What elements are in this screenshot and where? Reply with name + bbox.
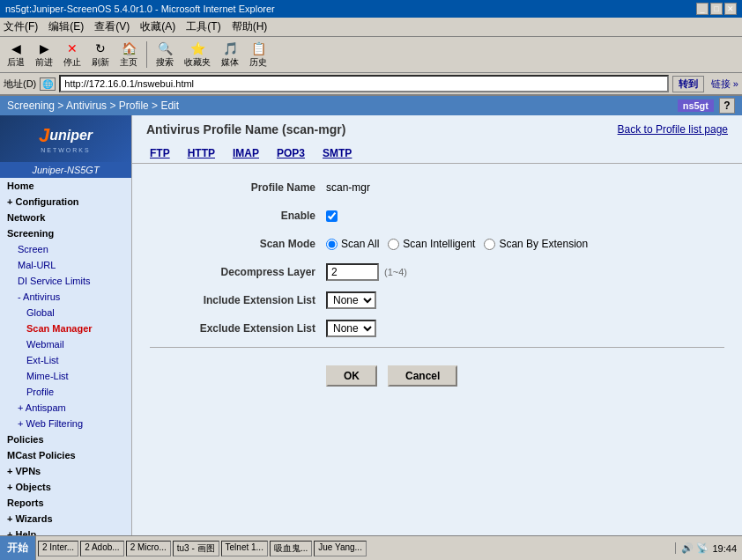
taskbar-item-5[interactable]: 吸血鬼...	[270, 541, 312, 556]
content-title: Antivirus Profile Name (scan-mgr)	[146, 122, 345, 136]
menu-view[interactable]: 查看(V)	[94, 19, 130, 34]
decompress-label: Decompress Layer	[150, 266, 326, 278]
enable-checkbox[interactable]	[326, 210, 338, 222]
home-button[interactable]: 🏠 主页	[116, 39, 141, 70]
sidebar-item-webmail[interactable]: Webmail	[0, 336, 131, 352]
sidebar-item-screen[interactable]: Screen	[0, 241, 131, 257]
scan-mode-options: Scan All Scan Intelligent Scan By Extens…	[326, 238, 588, 250]
forward-icon: ▶	[35, 41, 53, 56]
history-button[interactable]: 📋 历史	[246, 39, 271, 70]
start-button[interactable]: 开始	[0, 536, 36, 560]
sidebar-item-mcast[interactable]: MCast Policies	[0, 447, 131, 463]
protocol-tabs: FTP HTTP IMAP POP3 SMTP	[132, 144, 742, 164]
back-to-profile-link[interactable]: Back to Profile list page	[618, 123, 728, 136]
tab-pop3[interactable]: POP3	[277, 147, 305, 159]
tab-smtp[interactable]: SMTP	[323, 147, 352, 159]
form-divider	[150, 347, 724, 348]
scan-by-extension-label: Scan By Extension	[499, 238, 588, 250]
logo-text: uniper	[49, 129, 93, 143]
browser-title: ns5gt:Juniper-ScreenOS 5.4.0r1.0 - Micro…	[5, 4, 275, 14]
sidebar-item-vpns[interactable]: + VPNs	[0, 463, 131, 479]
content-header: Antivirus Profile Name (scan-mgr) Back t…	[132, 115, 742, 144]
sidebar-item-configuration[interactable]: + Configuration	[0, 194, 131, 210]
taskbar-item-6[interactable]: Jue Yang...	[314, 541, 367, 556]
scan-intelligent-option: Scan Intelligent	[388, 238, 475, 250]
sidebar-item-global[interactable]: Global	[0, 305, 131, 321]
sidebar-item-ext-list[interactable]: Ext-List	[0, 352, 131, 368]
maximize-button[interactable]: □	[710, 3, 723, 15]
sidebar-item-mime-list[interactable]: Mime-List	[0, 368, 131, 384]
include-ext-row: Include Extension List None	[150, 291, 724, 310]
browser-title-bar: ns5gt:Juniper-ScreenOS 5.4.0r1.0 - Micro…	[0, 0, 742, 18]
tab-http[interactable]: HTTP	[188, 147, 215, 159]
sidebar-item-objects[interactable]: + Objects	[0, 479, 131, 495]
address-input[interactable]	[59, 75, 669, 92]
media-icon: 🎵	[221, 41, 239, 56]
breadcrumb: Screening > Antivirus > Profile > Edit	[7, 99, 179, 112]
taskbar-item-4[interactable]: Telnet 1...	[221, 541, 268, 556]
tab-ftp[interactable]: FTP	[150, 147, 170, 159]
refresh-button[interactable]: ↻ 刷新	[88, 39, 113, 70]
sidebar-item-network[interactable]: Network	[0, 210, 131, 225]
menu-help[interactable]: 帮助(H)	[232, 19, 268, 34]
sidebar-item-antispam[interactable]: + Antispam	[0, 400, 131, 416]
search-button[interactable]: 🔍 搜索	[152, 39, 177, 70]
go-button[interactable]: 转到	[672, 76, 704, 92]
taskbar-item-2[interactable]: 2 Micro...	[126, 541, 171, 556]
sidebar-item-home[interactable]: Home	[0, 178, 131, 194]
menu-file[interactable]: 文件(F)	[4, 19, 38, 34]
content-area: Antivirus Profile Name (scan-mgr) Back t…	[132, 115, 742, 547]
scan-all-radio[interactable]	[326, 239, 338, 250]
scan-intelligent-radio[interactable]	[388, 239, 399, 250]
exclude-ext-row: Exclude Extension List None	[150, 319, 724, 338]
sidebar-item-antivirus[interactable]: - Antivirus	[0, 289, 131, 305]
sidebar-item-policies[interactable]: Policies	[0, 431, 131, 447]
device-name-sidebar[interactable]: Juniper-NS5GT	[0, 162, 131, 178]
sidebar-item-screening[interactable]: Screening	[0, 225, 131, 241]
scan-mode-row: Scan Mode Scan All Scan Intelligent Scan…	[150, 234, 724, 254]
include-ext-label: Include Extension List	[150, 294, 326, 306]
taskbar: 开始 2 Inter... 2 Adob... 2 Micro... tu3 -…	[0, 535, 742, 560]
button-row: OK Cancel	[150, 357, 724, 387]
cancel-button[interactable]: Cancel	[388, 365, 457, 387]
favorites-button[interactable]: ⭐ 收藏夹	[181, 39, 214, 70]
back-button[interactable]: ◀ 后退	[4, 39, 28, 70]
device-name: ns5gt	[678, 99, 714, 112]
sidebar-item-web-filtering[interactable]: + Web Filtering	[0, 416, 131, 431]
menu-tools[interactable]: 工具(T)	[186, 19, 220, 34]
forward-button[interactable]: ▶ 前进	[32, 39, 56, 70]
page-header: Screening > Antivirus > Profile > Edit n…	[0, 96, 742, 115]
minimize-button[interactable]: _	[696, 3, 709, 15]
logo-area: J uniper NETWORKS	[0, 115, 131, 162]
scan-by-extension-radio[interactable]	[484, 239, 495, 250]
menu-edit[interactable]: 编辑(E)	[48, 19, 84, 34]
taskbar-item-1[interactable]: 2 Adob...	[80, 541, 123, 556]
media-button[interactable]: 🎵 媒体	[218, 39, 242, 70]
sidebar: J uniper NETWORKS Juniper-NS5GT Home + C…	[0, 115, 132, 547]
profile-name-value: scan-mgr	[326, 181, 370, 194]
scan-all-option: Scan All	[326, 238, 379, 250]
history-icon: 📋	[249, 41, 267, 56]
menu-favorites[interactable]: 收藏(A)	[140, 19, 175, 34]
sidebar-item-mal-url[interactable]: Mal-URL	[0, 257, 131, 273]
sidebar-item-profile[interactable]: Profile	[0, 384, 131, 400]
ok-button[interactable]: OK	[326, 365, 377, 387]
scan-by-extension-option: Scan By Extension	[484, 238, 588, 250]
exclude-ext-select[interactable]: None	[326, 320, 376, 337]
help-button[interactable]: ?	[719, 98, 735, 114]
profile-name-label: Profile Name	[150, 181, 326, 194]
decompress-input[interactable]	[326, 263, 379, 281]
include-ext-select[interactable]: None	[326, 291, 376, 309]
tab-imap[interactable]: IMAP	[233, 147, 259, 159]
taskbar-item-0[interactable]: 2 Inter...	[38, 541, 78, 556]
stop-button[interactable]: ✕ 停止	[60, 39, 85, 70]
sidebar-item-reports[interactable]: Reports	[0, 495, 131, 511]
sidebar-item-di-service[interactable]: DI Service Limits	[0, 273, 131, 289]
address-icon: 🌐	[40, 77, 56, 91]
sidebar-item-scan-manager[interactable]: Scan Manager	[0, 321, 131, 336]
scan-all-label: Scan All	[341, 238, 379, 250]
taskbar-item-3[interactable]: tu3 - 画图	[173, 541, 219, 556]
close-button[interactable]: ✕	[724, 3, 737, 15]
main-container: J uniper NETWORKS Juniper-NS5GT Home + C…	[0, 115, 742, 547]
sidebar-item-wizards[interactable]: + Wizards	[0, 511, 131, 527]
